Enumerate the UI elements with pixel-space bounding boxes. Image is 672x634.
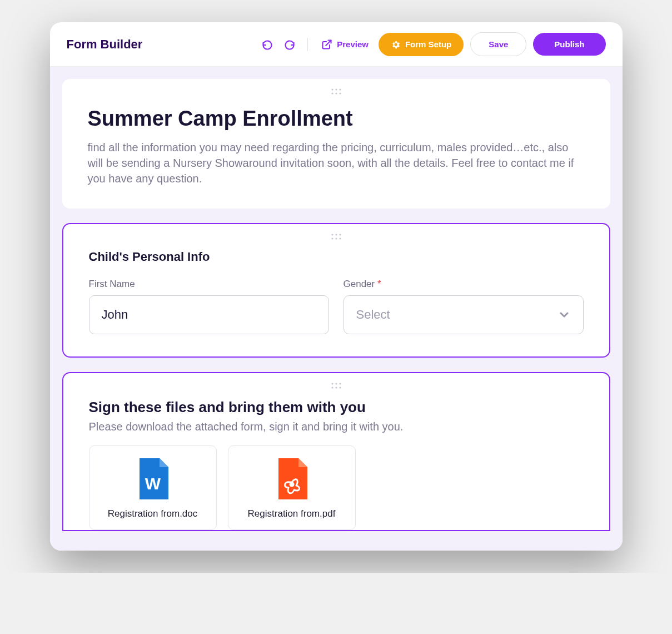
svg-point-7: [331, 234, 333, 235]
form-canvas: Summer Camp Enrollment find all the info…: [50, 67, 623, 551]
drag-handle-icon[interactable]: [331, 88, 342, 96]
save-label: Save: [489, 39, 508, 49]
form-description: find all the information you may need re…: [88, 140, 585, 186]
form-setup-label: Form Setup: [405, 39, 451, 49]
file-row: W Registration from.doc Registration fro…: [89, 445, 584, 530]
svg-point-5: [335, 92, 337, 94]
svg-point-18: [339, 387, 341, 388]
svg-point-12: [339, 237, 341, 239]
gender-field: Gender * Select: [344, 279, 584, 334]
svg-point-8: [335, 234, 337, 235]
file-name: Registration from.doc: [108, 508, 198, 519]
files-title: Sign these files and bring them with you: [89, 399, 584, 416]
svg-point-13: [331, 383, 333, 384]
svg-point-1: [331, 88, 333, 90]
personal-info-card[interactable]: Child's Personal Info First Name Gender …: [62, 223, 610, 358]
external-link-icon: [321, 39, 332, 50]
svg-point-9: [339, 234, 341, 235]
word-doc-icon: W: [137, 458, 168, 499]
drag-handle-icon[interactable]: [331, 382, 342, 390]
svg-line-0: [326, 40, 331, 45]
form-builder-window: Form Builder Preview Form Setup Save Pub…: [50, 22, 623, 551]
divider: [307, 38, 308, 51]
svg-point-6: [339, 92, 341, 94]
redo-button[interactable]: [282, 37, 297, 52]
drag-handle-icon[interactable]: [331, 233, 342, 241]
chevron-down-icon: [557, 308, 571, 321]
required-mark: *: [377, 279, 381, 289]
save-button[interactable]: Save: [470, 32, 526, 56]
svg-point-2: [335, 88, 337, 90]
first-name-input[interactable]: [89, 295, 329, 334]
redo-icon: [284, 39, 295, 50]
app-title: Form Builder: [67, 37, 143, 52]
first-name-label: First Name: [89, 279, 329, 290]
publish-label: Publish: [554, 39, 584, 49]
undo-button[interactable]: [260, 37, 275, 52]
svg-point-4: [331, 92, 333, 94]
svg-point-3: [339, 88, 341, 90]
form-title: Summer Camp Enrollment: [88, 107, 585, 131]
file-attachment-doc[interactable]: W Registration from.doc: [89, 445, 217, 530]
gender-placeholder: Select: [356, 308, 390, 322]
svg-point-14: [335, 383, 337, 384]
svg-point-11: [335, 237, 337, 239]
header-card[interactable]: Summer Camp Enrollment find all the info…: [62, 79, 610, 209]
file-name: Registration from.pdf: [248, 508, 336, 519]
svg-point-16: [331, 387, 333, 388]
field-row: First Name Gender * Select: [89, 279, 584, 334]
section-title: Child's Personal Info: [89, 250, 584, 264]
toolbar: Form Builder Preview Form Setup Save Pub…: [50, 22, 623, 67]
svg-point-15: [339, 383, 341, 384]
publish-button[interactable]: Publish: [533, 33, 605, 56]
gear-icon: [391, 39, 401, 49]
svg-text:W: W: [145, 474, 161, 493]
first-name-field: First Name: [89, 279, 329, 334]
undo-icon: [262, 39, 273, 50]
gender-label: Gender *: [344, 279, 584, 290]
pdf-icon: [276, 458, 307, 499]
preview-button[interactable]: Preview: [318, 39, 372, 50]
svg-point-17: [335, 387, 337, 388]
form-setup-button[interactable]: Form Setup: [379, 33, 464, 56]
files-description: Please download the attached form, sign …: [89, 420, 584, 433]
preview-label: Preview: [337, 39, 369, 49]
files-card[interactable]: Sign these files and bring them with you…: [62, 372, 610, 531]
file-attachment-pdf[interactable]: Registration from.pdf: [228, 445, 356, 530]
svg-point-10: [331, 237, 333, 239]
gender-select[interactable]: Select: [344, 295, 584, 334]
